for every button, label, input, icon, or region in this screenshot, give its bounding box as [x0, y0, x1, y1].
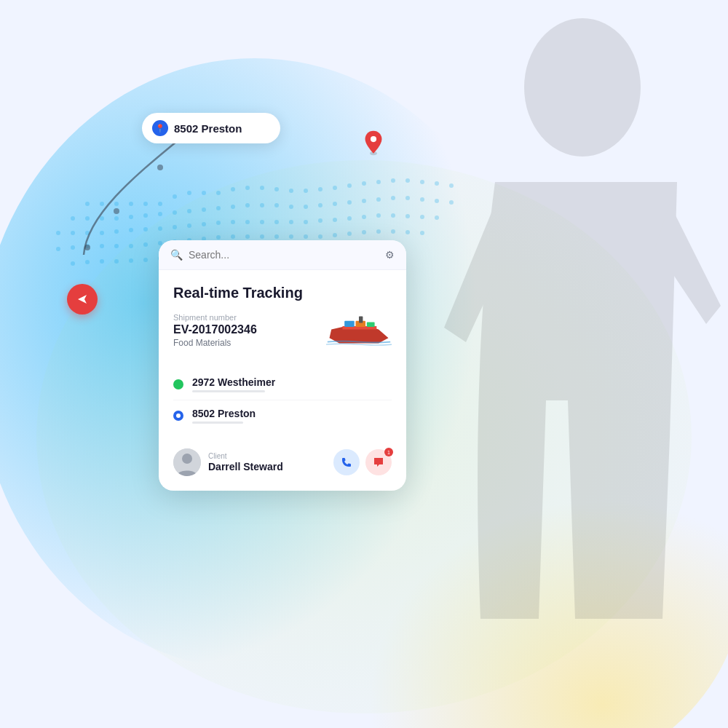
svg-point-135	[84, 245, 90, 250]
client-name: Darrell Steward	[208, 461, 326, 472]
route-dot-green	[173, 379, 183, 389]
search-icon: 🔍	[170, 249, 183, 261]
client-info: Client Darrell Steward	[208, 452, 326, 472]
svg-point-143	[176, 414, 181, 418]
shipment-type: Food Materials	[173, 338, 257, 348]
svg-point-145	[182, 454, 192, 464]
route-destination-bar	[192, 422, 243, 424]
nav-arrow-left[interactable]	[67, 284, 98, 314]
shipment-info: Shipment number EV-2017002346 Food Mater…	[173, 313, 257, 348]
client-label: Client	[208, 452, 326, 460]
main-content: 📍 8502 Preston 🔍 ⚙ Real-t	[0, 0, 728, 728]
shipment-label: Shipment number	[173, 313, 257, 322]
route-dot-blue	[173, 411, 183, 421]
svg-point-146	[524, 18, 641, 157]
address-pill-text: 8502 Preston	[174, 122, 242, 135]
client-avatar	[173, 448, 201, 476]
person-photo	[335, 0, 728, 713]
address-pin-icon: 📍	[152, 120, 168, 136]
route-origin-bar	[192, 390, 265, 392]
shipment-number: EV-2017002346	[173, 323, 257, 336]
svg-point-134	[114, 208, 119, 214]
address-pill: 📍 8502 Preston	[142, 113, 280, 143]
svg-point-133	[157, 165, 163, 170]
